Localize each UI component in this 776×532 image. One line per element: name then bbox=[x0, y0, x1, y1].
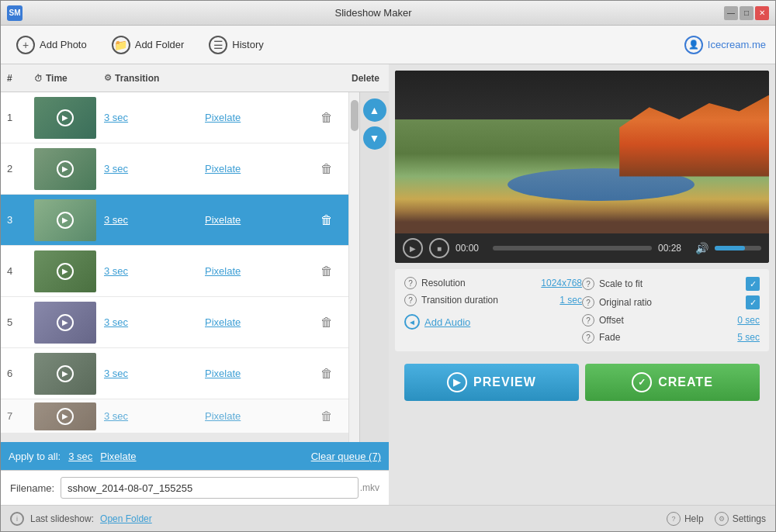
row-time[interactable]: 3 sec bbox=[104, 163, 205, 174]
row-transition[interactable]: Pixelate bbox=[205, 112, 311, 123]
table-row[interactable]: 6 ▶ 3 sec Pixelate 🗑 bbox=[1, 348, 348, 399]
filename-input[interactable] bbox=[61, 477, 359, 499]
help-button[interactable]: ? Help bbox=[667, 512, 704, 526]
volume-icon[interactable]: 🔊 bbox=[695, 242, 708, 254]
status-info-icon: i bbox=[10, 512, 24, 526]
row-transition[interactable]: Pixelate bbox=[205, 163, 311, 174]
apply-bar: Apply to all: 3 sec Pixelate Clear queue… bbox=[1, 442, 389, 470]
brand-button[interactable]: 👤 Icecream.me bbox=[684, 36, 766, 54]
close-button[interactable]: ✕ bbox=[755, 6, 769, 20]
scroll-thumb[interactable] bbox=[351, 100, 359, 131]
table-row[interactable]: 5 ▶ 3 sec Pixelate 🗑 bbox=[1, 297, 348, 348]
history-icon: ☰ bbox=[209, 36, 227, 54]
apply-transition[interactable]: Pixelate bbox=[100, 451, 136, 462]
video-preview: ▶ ■ 00:00 00:28 🔊 bbox=[395, 71, 769, 263]
row-time[interactable]: 3 sec bbox=[104, 316, 205, 328]
delete-icon[interactable]: 🗑 bbox=[311, 111, 342, 125]
transition-duration-help-icon[interactable]: ? bbox=[404, 294, 417, 306]
video-controls: ▶ ■ 00:00 00:28 🔊 bbox=[395, 233, 769, 263]
app-icon: SM bbox=[7, 5, 23, 21]
resolution-value[interactable]: 1024x768 bbox=[541, 278, 582, 288]
row-transition[interactable]: Pixelate bbox=[205, 368, 311, 379]
left-panel: # ⏱ Time ⚙ Transition Delete 1 bbox=[1, 64, 389, 505]
original-ratio-checkbox[interactable]: ✓ bbox=[746, 295, 760, 309]
row-time[interactable]: 3 sec bbox=[104, 214, 205, 226]
delete-icon[interactable]: 🗑 bbox=[311, 409, 342, 423]
preview-icon: ▶ bbox=[447, 372, 467, 392]
scale-to-fit-checkbox[interactable]: ✓ bbox=[746, 277, 760, 291]
row-thumbnail: ▶ bbox=[34, 250, 96, 292]
delete-icon[interactable]: 🗑 bbox=[311, 213, 342, 227]
play-icon: ▶ bbox=[57, 263, 74, 280]
row-transition[interactable]: Pixelate bbox=[205, 410, 311, 422]
row-thumbnail: ▶ bbox=[34, 402, 96, 430]
volume-bar[interactable] bbox=[715, 246, 761, 250]
scrollbar[interactable] bbox=[348, 92, 359, 442]
row-time[interactable]: 3 sec bbox=[104, 410, 205, 422]
row-transition[interactable]: Pixelate bbox=[205, 214, 311, 226]
rows-container[interactable]: 1 ▶ 3 sec Pixelate 🗑 2 ▶ bbox=[1, 92, 348, 442]
play-button[interactable]: ▶ bbox=[403, 238, 423, 258]
create-button[interactable]: ✓ CREATE bbox=[585, 364, 760, 401]
row-thumbnail: ▶ bbox=[34, 302, 96, 344]
add-folder-label: Add Folder bbox=[135, 39, 185, 50]
progress-bar[interactable] bbox=[493, 246, 652, 250]
row-time[interactable]: 3 sec bbox=[104, 265, 205, 277]
scale-to-fit-label: Scale to fit bbox=[599, 278, 643, 289]
app-title: Slideshow Maker bbox=[23, 7, 724, 19]
add-audio-icon[interactable]: ◄ bbox=[404, 314, 420, 330]
play-icon: ▶ bbox=[57, 161, 74, 178]
delete-icon[interactable]: 🗑 bbox=[311, 264, 342, 278]
history-button[interactable]: ☰ History bbox=[203, 33, 269, 57]
open-folder-link[interactable]: Open Folder bbox=[100, 513, 152, 524]
table-row[interactable]: 4 ▶ 3 sec Pixelate 🗑 bbox=[1, 246, 348, 297]
delete-icon[interactable]: 🗑 bbox=[311, 162, 342, 176]
move-area: ▲ ▼ bbox=[359, 92, 389, 442]
add-folder-icon: 📁 bbox=[112, 36, 130, 54]
row-thumbnail: ▶ bbox=[34, 148, 96, 190]
settings-panel: ? Resolution 1024x768 ? Transition durat… bbox=[395, 269, 769, 351]
move-down-button[interactable]: ▼ bbox=[363, 126, 386, 150]
scale-to-fit-row: ? Scale to fit ✓ bbox=[582, 277, 760, 291]
row-transition[interactable]: Pixelate bbox=[205, 316, 311, 328]
delete-icon[interactable]: 🗑 bbox=[311, 316, 342, 330]
resolution-help-icon[interactable]: ? bbox=[404, 277, 417, 289]
stop-button[interactable]: ■ bbox=[429, 238, 449, 258]
row-num: 1 bbox=[7, 112, 34, 123]
row-num: 3 bbox=[7, 214, 34, 226]
offset-help-icon[interactable]: ? bbox=[582, 314, 594, 326]
window-controls: — □ ✕ bbox=[724, 6, 769, 20]
apply-time[interactable]: 3 sec bbox=[68, 451, 92, 462]
filename-label: Filename: bbox=[10, 482, 54, 494]
fade-value[interactable]: 5 sec bbox=[737, 332, 760, 343]
minimize-button[interactable]: — bbox=[724, 6, 738, 20]
volume-fill bbox=[715, 246, 745, 250]
add-audio-button[interactable]: Add Audio bbox=[424, 316, 470, 328]
transition-duration-value[interactable]: 1 sec bbox=[559, 295, 582, 306]
resolution-row: ? Resolution 1024x768 bbox=[404, 277, 582, 289]
fade-help-icon[interactable]: ? bbox=[582, 331, 594, 344]
row-thumbnail: ▶ bbox=[34, 97, 96, 139]
offset-value[interactable]: 0 sec bbox=[737, 315, 760, 326]
preview-button[interactable]: ▶ PREVIEW bbox=[404, 364, 579, 401]
add-folder-button[interactable]: 📁 Add Folder bbox=[106, 33, 191, 57]
offset-label: Offset bbox=[599, 315, 624, 326]
table-row[interactable]: 2 ▶ 3 sec Pixelate 🗑 bbox=[1, 143, 348, 195]
clear-queue-button[interactable]: Clear queue (7) bbox=[311, 451, 381, 462]
row-time[interactable]: 3 sec bbox=[104, 368, 205, 379]
row-time[interactable]: 3 sec bbox=[104, 112, 205, 123]
settings-button[interactable]: ⚙ Settings bbox=[715, 512, 766, 526]
table-row[interactable]: 7 ▶ 3 sec Pixelate 🗑 bbox=[1, 399, 348, 434]
table-row[interactable]: 3 ▶ 3 sec Pixelate 🗑 bbox=[1, 195, 348, 246]
move-up-button[interactable]: ▲ bbox=[363, 98, 386, 122]
video-scene bbox=[395, 71, 769, 233]
delete-icon[interactable]: 🗑 bbox=[311, 367, 342, 381]
original-ratio-row: ? Original ratio ✓ bbox=[582, 295, 760, 309]
add-photo-button[interactable]: + Add Photo bbox=[10, 33, 93, 57]
scale-to-fit-help-icon[interactable]: ? bbox=[582, 278, 594, 290]
row-transition[interactable]: Pixelate bbox=[205, 265, 311, 277]
play-icon: ▶ bbox=[57, 408, 74, 425]
original-ratio-help-icon[interactable]: ? bbox=[582, 296, 594, 309]
maximize-button[interactable]: □ bbox=[740, 6, 753, 20]
table-row[interactable]: 1 ▶ 3 sec Pixelate 🗑 bbox=[1, 92, 348, 143]
